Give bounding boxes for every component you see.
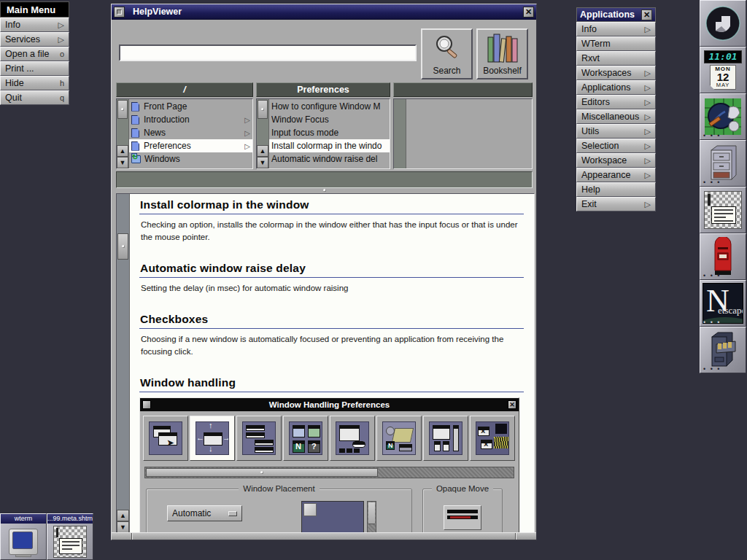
- browser-item-news[interactable]: News ▷: [129, 126, 252, 139]
- main-menu-item-info[interactable]: Info ▷: [0, 18, 69, 32]
- dock-tile-document-editor[interactable]: [700, 187, 746, 233]
- column-scrollbar[interactable]: ▲ ▼: [257, 99, 269, 168]
- search-input[interactable]: [119, 44, 417, 61]
- browser-item-front-page[interactable]: Front Page: [129, 100, 252, 113]
- bookshelf-button[interactable]: Bookshelf: [476, 28, 528, 79]
- scrollbar-knob[interactable]: [117, 233, 128, 260]
- dock-tile-netscape[interactable]: N etscape • • •: [700, 280, 746, 327]
- scroll-down-button[interactable]: ▼: [257, 157, 268, 168]
- apps-menu-item-editors[interactable]: Editors ▷: [576, 95, 656, 109]
- item-label: How to configure Window M: [271, 101, 387, 112]
- knob-dimple-icon: [261, 108, 264, 111]
- netscape-icon: N etscape: [703, 283, 743, 324]
- prefs-icon-icons: N ?: [283, 416, 328, 461]
- browser-column-2: Preferences ▲ ▼ How to configure Window …: [256, 82, 390, 169]
- prefs-icon-menus: [236, 416, 282, 461]
- apps-menu-item-info[interactable]: Info ▷: [576, 22, 656, 36]
- dock-tile-paint-tool[interactable]: • • •: [700, 93, 746, 140]
- miniaturize-button[interactable]: [114, 7, 125, 18]
- netscape-label: etscape: [718, 305, 743, 316]
- running-indicator: • • •: [703, 134, 721, 137]
- browser-item-install-colormap-selected[interactable]: Install colormap in the windo: [269, 139, 390, 152]
- apps-menu-item-utils[interactable]: Utils ▷: [576, 124, 656, 139]
- apps-menu-item-miscellaneous[interactable]: Miscellaneous ▷: [576, 109, 656, 124]
- menu-item-label: Exit: [581, 199, 645, 209]
- column-scrollbar-empty[interactable]: [394, 99, 406, 168]
- item-label: Automatic window raise del: [271, 154, 387, 164]
- dock-tile-mail-postbox[interactable]: • • •: [700, 233, 746, 280]
- item-label: Windows: [144, 154, 250, 164]
- content-scrollbar[interactable]: ▲ ▼: [117, 194, 130, 533]
- menu-item-label: Hide: [5, 78, 60, 88]
- bookshelf-button-label: Bookshelf: [483, 66, 522, 76]
- main-menu-item-services[interactable]: Services ▷: [0, 32, 69, 47]
- submenu-arrow-icon: ▷: [645, 112, 651, 122]
- apps-menu-item-workspace[interactable]: Workspace ▷: [576, 153, 656, 168]
- main-menu-item-quit[interactable]: Quit q: [0, 90, 69, 105]
- menu-item-label: Appearance: [581, 170, 645, 180]
- scroll-up-button[interactable]: ▲: [117, 145, 128, 157]
- dock-tile-file-cabinet[interactable]: • • •: [700, 140, 746, 187]
- section-heading: Automatic window raise delay: [139, 262, 524, 278]
- folder-refresh-icon: [131, 155, 141, 163]
- miniwindow-wterm[interactable]: wterm: [0, 513, 47, 560]
- submenu-arrow-icon: ▷: [645, 141, 651, 151]
- section-heading: Install colormap in the window: [139, 198, 524, 214]
- resize-bar[interactable]: [112, 532, 536, 540]
- document-icon: [131, 102, 139, 112]
- main-menu-item-open-a-file[interactable]: Open a file o: [0, 47, 69, 61]
- scrollbar-knob[interactable]: [117, 100, 128, 119]
- wterm-monitor-icon: [1, 524, 46, 559]
- main-menu-item-print[interactable]: Print ...: [0, 61, 69, 76]
- placement-popup-value: Automatic: [172, 508, 211, 518]
- window-title: HelpViewer: [133, 7, 521, 17]
- scrollbar-knob[interactable]: [258, 100, 268, 119]
- running-indicator: • • •: [703, 274, 721, 277]
- apps-menu-item-exit[interactable]: Exit ▷: [576, 197, 656, 211]
- dock-tile-archive-cabinet[interactable]: • • •: [700, 327, 746, 373]
- apps-menu-item-applications[interactable]: Applications ▷: [576, 80, 656, 95]
- helpviewer-titlebar[interactable]: HelpViewer ✕: [112, 4, 536, 20]
- close-icon[interactable]: ✕: [641, 9, 652, 20]
- browser-item-window-focus[interactable]: Window Focus: [269, 113, 390, 126]
- submenu-arrow-icon: ▷: [58, 35, 64, 44]
- archive-cabinet-icon: [706, 331, 740, 369]
- helpviewer-window: HelpViewer ✕ Search Bookshelf /: [111, 4, 537, 540]
- scroll-down-button[interactable]: ▼: [117, 521, 129, 533]
- apps-menu-item-appearance[interactable]: Appearance ▷: [576, 168, 656, 182]
- opaque-move-legend: Opaque Move: [432, 484, 493, 493]
- prefs-icon-applications: [330, 416, 375, 461]
- miniwindow-document[interactable]: ...99.meta.shtml: [47, 513, 93, 560]
- submenu-arrow-icon: ▷: [645, 69, 651, 78]
- browser-item-preferences-selected[interactable]: Preferences ▷: [129, 139, 252, 152]
- apps-menu-item-wterm[interactable]: WTerm: [576, 36, 656, 51]
- apps-menu-item-workspaces[interactable]: Workspaces ▷: [576, 66, 656, 80]
- scroll-up-button[interactable]: ▲: [257, 145, 268, 157]
- browser-item-input-focus-mode[interactable]: Input focus mode: [269, 126, 390, 139]
- search-button[interactable]: Search: [421, 28, 473, 79]
- window-handling-dialog: Window Handling Preferences ✕ ➤: [139, 397, 519, 533]
- main-menu-item-hide[interactable]: Hide h: [0, 76, 69, 90]
- main-menu-title[interactable]: Main Menu: [0, 1, 69, 18]
- browser-item-introduction[interactable]: Introduction ▷: [129, 113, 252, 126]
- scroll-down-button[interactable]: ▼: [117, 157, 128, 168]
- window-placement-group: Window Placement Automatic: [146, 489, 412, 533]
- browser-item-windows[interactable]: Windows: [129, 152, 252, 166]
- browser-item-how-to-configure[interactable]: How to configure Window M: [269, 100, 390, 113]
- apps-menu-item-selection[interactable]: Selection ▷: [576, 139, 656, 153]
- scroll-up-button[interactable]: ▲: [117, 510, 129, 521]
- applications-menu-titlebar[interactable]: Applications ✕: [576, 7, 656, 22]
- dock-tile-window-maker-logo[interactable]: [700, 0, 746, 47]
- apps-menu-item-rxvt[interactable]: Rxvt: [576, 51, 656, 66]
- document-editor-icon: [47, 524, 93, 559]
- item-arrow-icon: ▷: [244, 142, 250, 150]
- column-body: [393, 98, 533, 169]
- menu-item-label: Miscellaneous: [581, 112, 645, 122]
- apps-menu-item-help[interactable]: Help: [576, 182, 656, 197]
- browser-item-automatic-raise[interactable]: Automatic window raise del: [269, 152, 390, 166]
- close-button[interactable]: ✕: [523, 7, 534, 18]
- dock-tile-clock-calendar[interactable]: 11:01 MON 12 MAY: [700, 47, 746, 93]
- splitter-handle[interactable]: [116, 188, 533, 193]
- menu-item-label: Open a file: [5, 49, 60, 59]
- column-scrollbar[interactable]: ▲ ▼: [117, 99, 129, 168]
